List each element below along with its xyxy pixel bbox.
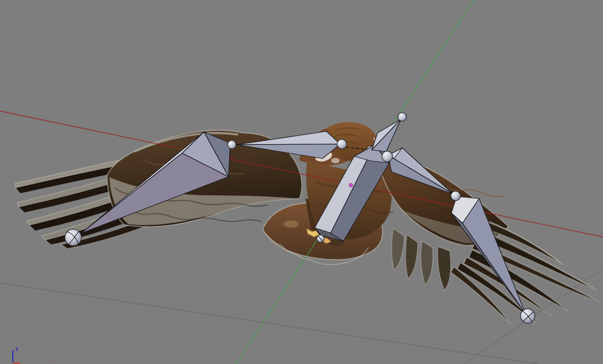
scene-svg[interactable]: z x [0, 0, 603, 364]
joint-neck-left[interactable] [337, 139, 347, 149]
joint-right-elbow[interactable] [451, 191, 460, 201]
gizmo-x-label: x [49, 358, 52, 363]
gizmo-x-axis-icon [13, 363, 20, 363]
joint-left-shoulder[interactable] [228, 140, 236, 149]
joint-right-shoulder[interactable] [382, 151, 393, 162]
gizmo-z-label: z [15, 346, 18, 352]
3d-viewport[interactable]: z x [0, 0, 603, 364]
joint-head-top[interactable] [398, 113, 406, 121]
origin-dot[interactable] [349, 184, 353, 187]
